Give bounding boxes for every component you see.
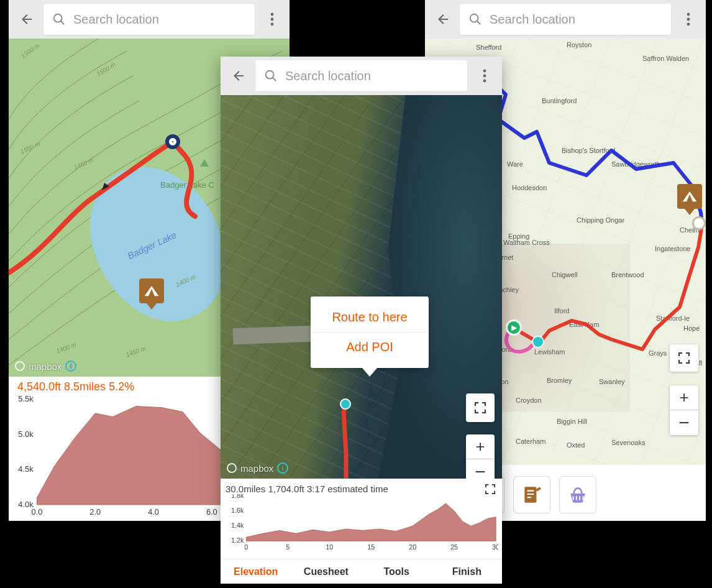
zoom-in-button[interactable]: + bbox=[670, 385, 698, 410]
tool-basket[interactable] bbox=[559, 476, 596, 513]
menu-button[interactable] bbox=[677, 8, 700, 30]
tab-cuesheet[interactable]: Cuesheet bbox=[291, 559, 361, 584]
waypoint-marker[interactable] bbox=[165, 134, 180, 149]
fullscreen-button[interactable] bbox=[670, 344, 698, 372]
svg-text:0.0: 0.0 bbox=[32, 507, 43, 517]
camp-pin[interactable] bbox=[139, 278, 164, 303]
cursor-marker[interactable] bbox=[532, 336, 544, 348]
svg-point-13 bbox=[470, 14, 478, 22]
map-attribution: mapbox i bbox=[227, 462, 288, 474]
svg-text:25: 25 bbox=[450, 543, 458, 551]
search-icon bbox=[52, 12, 66, 26]
bottom-tabs: Elevation Cuesheet Tools Finish bbox=[221, 559, 502, 584]
svg-point-3 bbox=[271, 23, 274, 26]
fullscreen-button[interactable] bbox=[466, 393, 495, 422]
svg-point-20 bbox=[266, 71, 274, 79]
search-field[interactable] bbox=[460, 4, 671, 35]
route-to-here-option[interactable]: Route to here bbox=[324, 306, 415, 328]
svg-point-23 bbox=[483, 80, 486, 83]
svg-text:1.2k: 1.2k bbox=[231, 536, 244, 544]
zoom-in-button[interactable]: + bbox=[466, 434, 495, 459]
map-attribution: mapbox i bbox=[15, 361, 76, 372]
svg-text:1.4k: 1.4k bbox=[231, 521, 244, 529]
tab-finish[interactable]: Finish bbox=[432, 559, 502, 584]
svg-point-14 bbox=[687, 13, 690, 16]
back-button[interactable] bbox=[431, 8, 454, 30]
context-popup: Route to here Add POI bbox=[311, 296, 429, 368]
svg-point-1 bbox=[271, 13, 274, 16]
svg-text:1.8k: 1.8k bbox=[231, 494, 244, 499]
elevation-stats: 30.0miles 1,704.0ft 3:17 estimated time bbox=[226, 484, 498, 494]
tab-tools[interactable]: Tools bbox=[362, 559, 432, 584]
svg-point-22 bbox=[483, 75, 486, 78]
svg-text:15: 15 bbox=[367, 543, 375, 551]
svg-text:1.6k: 1.6k bbox=[231, 507, 244, 514]
elevation-chart[interactable]: 1.2k1.4k1.6k1.8k 051015202530 bbox=[226, 494, 498, 551]
elevation-panel: 30.0miles 1,704.0ft 3:17 estimated time … bbox=[221, 479, 502, 559]
svg-text:10: 10 bbox=[326, 543, 333, 551]
search-input[interactable] bbox=[490, 12, 662, 27]
search-field[interactable] bbox=[43, 4, 255, 35]
topbar bbox=[221, 57, 502, 95]
svg-text:5: 5 bbox=[286, 543, 290, 551]
phone-center: Route to here Add POI + − mapbox i 30.0m… bbox=[221, 57, 502, 584]
waypoint-marker[interactable] bbox=[692, 216, 706, 230]
back-button[interactable] bbox=[227, 65, 249, 87]
search-field[interactable] bbox=[255, 60, 467, 91]
tab-elevation[interactable]: Elevation bbox=[221, 559, 291, 584]
search-input[interactable] bbox=[73, 12, 246, 27]
tool-note[interactable] bbox=[513, 476, 550, 513]
svg-text:6.0: 6.0 bbox=[206, 507, 217, 517]
svg-point-16 bbox=[687, 23, 690, 26]
search-icon bbox=[264, 69, 278, 83]
add-poi-option[interactable]: Add POI bbox=[324, 336, 415, 358]
start-marker[interactable]: ▶ bbox=[506, 319, 522, 336]
svg-point-0 bbox=[54, 14, 62, 22]
svg-text:0: 0 bbox=[244, 543, 248, 551]
menu-button[interactable] bbox=[261, 8, 283, 30]
svg-point-15 bbox=[687, 18, 690, 21]
search-icon bbox=[468, 12, 482, 26]
svg-text:4.0: 4.0 bbox=[148, 507, 159, 517]
zoom-out-button[interactable]: − bbox=[466, 459, 495, 479]
menu-button[interactable] bbox=[473, 65, 496, 87]
expand-chart-button[interactable] bbox=[485, 484, 496, 497]
route-line bbox=[221, 95, 502, 479]
svg-text:30: 30 bbox=[492, 543, 498, 551]
topbar bbox=[425, 0, 706, 39]
svg-point-2 bbox=[271, 18, 274, 21]
svg-text:20: 20 bbox=[409, 543, 416, 551]
camp-pin[interactable] bbox=[677, 184, 702, 209]
back-button[interactable] bbox=[15, 8, 37, 30]
zoom-out-button[interactable]: − bbox=[670, 410, 698, 435]
cursor-marker[interactable] bbox=[340, 398, 351, 410]
svg-text:4.5k: 4.5k bbox=[18, 464, 34, 474]
svg-text:2.0: 2.0 bbox=[89, 507, 101, 517]
svg-point-21 bbox=[483, 70, 486, 73]
topbar bbox=[9, 0, 290, 39]
svg-text:5.5k: 5.5k bbox=[18, 396, 34, 403]
search-input[interactable] bbox=[285, 69, 459, 83]
svg-text:5.0k: 5.0k bbox=[18, 430, 34, 439]
map-satellite[interactable]: Route to here Add POI + − mapbox i bbox=[221, 95, 502, 479]
